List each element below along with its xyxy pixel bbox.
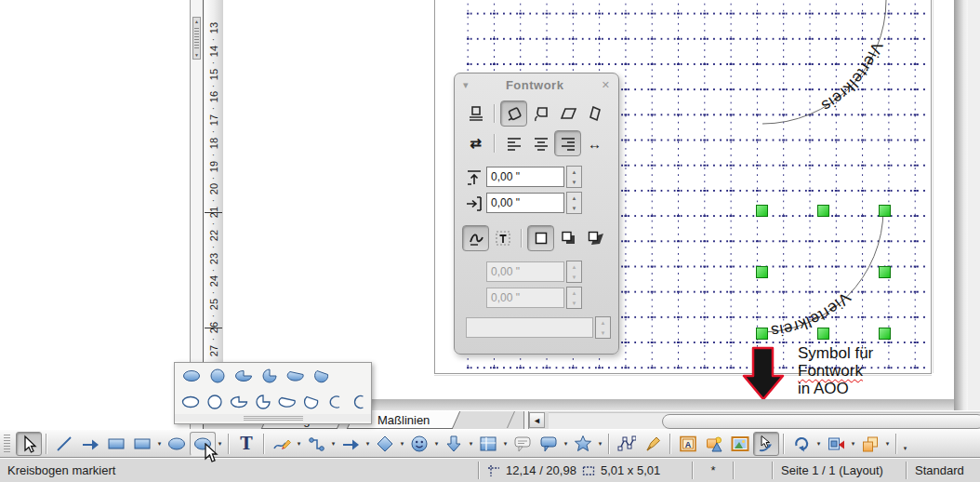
fontwork-align-left-button[interactable] [500, 130, 527, 156]
annotation-text[interactable]: Symbol für Fontwork in AOO [798, 344, 873, 397]
page-indicator[interactable]: Seite 1 / 1 (Layout) [774, 459, 906, 482]
block-arrows-tool-button[interactable] [441, 432, 467, 456]
insert-from-file-button[interactable] [701, 432, 727, 456]
fontwork-vertical-shadow-button[interactable] [554, 225, 581, 251]
close-icon[interactable]: ✕ [602, 79, 610, 91]
fontwork-off-button[interactable] [462, 100, 489, 127]
ellipse-pie-filled-tool[interactable] [232, 367, 255, 385]
spin-up-icon[interactable]: ▲ [567, 167, 581, 177]
fontwork-titlebar[interactable]: ▾ Fontwork ✕ [455, 74, 618, 97]
ellipse-segment-outline-tool[interactable] [277, 393, 298, 411]
fontwork-contour-button[interactable] [462, 225, 489, 251]
text-tool-button[interactable]: T [233, 432, 259, 456]
fontwork-slant-shadow-button[interactable] [581, 225, 608, 251]
arrange-dropdown-arrow[interactable]: ▾ [883, 433, 892, 455]
distance-spinner[interactable]: ▲▼ [566, 166, 582, 188]
callout-tool-button[interactable] [510, 432, 536, 456]
fontwork-upright-button[interactable] [527, 100, 554, 127]
symbol-shapes-dropdown-arrow[interactable]: ▾ [432, 433, 441, 455]
curve-dropdown-arrow[interactable]: ▾ [295, 433, 303, 455]
spin-up-icon[interactable]: ▲ [567, 193, 581, 203]
fontwork-text-contour-button[interactable] [489, 225, 516, 251]
connector-tool-button[interactable] [303, 432, 329, 456]
rectangle-dropdown-arrow[interactable]: ▾ [155, 433, 164, 455]
ellipse-segment-filled-tool[interactable] [285, 367, 307, 385]
alignment-dropdown-arrow[interactable]: ▾ [849, 433, 857, 455]
status-position-size[interactable]: 12,14 / 20,98 5,01 x 5,01 [480, 459, 692, 482]
indent-input[interactable]: 0,00 " [486, 193, 564, 213]
mini-scrollbar[interactable]: ▲ ▼ [192, 17, 201, 60]
rotate-button[interactable] [788, 432, 814, 456]
line-arrow-end-tool-button[interactable] [77, 432, 103, 456]
effects-button[interactable] [753, 432, 779, 456]
selection-handle-bottom-left[interactable] [756, 328, 768, 340]
block-arrows-dropdown-arrow[interactable]: ▾ [467, 433, 475, 455]
selection-handle-top-center[interactable] [817, 205, 829, 217]
down-arrow-shape[interactable] [744, 348, 783, 399]
rectangle-flyout-button[interactable] [129, 432, 155, 456]
ellipse-filled-tool[interactable] [180, 367, 203, 385]
spin-down-icon[interactable]: ▼ [567, 177, 581, 187]
circle-pie-outline-tool[interactable] [253, 393, 273, 411]
ellipse-outline-tool[interactable] [180, 393, 201, 411]
circle-pie-filled-tool[interactable] [258, 367, 281, 385]
fontwork-align-center-button[interactable] [527, 130, 554, 156]
ellipse-pie-outline-tool[interactable] [229, 393, 249, 411]
alignment-button[interactable] [823, 432, 849, 456]
basic-shapes-tool-button[interactable] [372, 432, 398, 456]
flyout-drag-handle[interactable] [175, 414, 371, 422]
fontwork-align-right-button[interactable] [554, 130, 581, 156]
curve-tool-button[interactable] [269, 432, 295, 456]
symbol-shapes-tool-button[interactable] [406, 432, 432, 456]
spin-down-icon[interactable]: ▼ [567, 203, 581, 213]
circle-filled-tool[interactable] [206, 367, 229, 385]
fontwork-dialog[interactable]: ▾ Fontwork ✕ [454, 73, 619, 355]
distance-input[interactable]: 0,00 " [486, 167, 564, 187]
rotate-dropdown-arrow[interactable]: ▾ [814, 433, 823, 455]
circle-segment-outline-tool[interactable] [301, 393, 322, 411]
select-tool-button[interactable] [16, 432, 42, 456]
arrange-button[interactable] [857, 432, 883, 456]
flowchart-dropdown-arrow[interactable]: ▾ [501, 433, 510, 455]
ellipse-arc-tool[interactable] [325, 393, 346, 411]
collapse-icon[interactable]: ▾ [463, 79, 469, 91]
fontwork-no-shadow-button[interactable] [527, 225, 554, 251]
stars-tool-button[interactable] [570, 432, 596, 456]
circle-arc-tool[interactable] [350, 393, 370, 411]
circle-outline-tool[interactable] [205, 393, 225, 411]
horizontal-scrollbar-thumb[interactable] [662, 414, 980, 429]
selection-handle-top-left[interactable] [756, 205, 768, 217]
toolbar-grip[interactable] [2, 435, 12, 453]
edit-points-button[interactable] [614, 432, 640, 456]
indent-spinner[interactable]: ▲▼ [566, 192, 582, 214]
ellipse-flyout-palette[interactable] [174, 362, 372, 424]
fontwork-text-top[interactable]: Viertelkreis [818, 39, 886, 114]
selection-handle-bottom-center[interactable] [817, 328, 829, 340]
fontwork-rotate-button[interactable] [500, 100, 527, 127]
gallery-button[interactable] [727, 432, 753, 456]
ellipse-tool-button[interactable] [164, 432, 190, 456]
rectangle-tool-button[interactable] [103, 432, 129, 456]
scroll-left-button[interactable]: ◄ [529, 412, 545, 428]
page-style-indicator[interactable]: Standard [907, 459, 980, 482]
fontwork-slant-horizontal-button[interactable] [554, 100, 581, 127]
fontwork-gallery-button[interactable]: A [675, 432, 701, 456]
connector-dropdown-arrow[interactable]: ▾ [329, 433, 338, 455]
lines-arrows-dropdown-arrow[interactable]: ▾ [364, 433, 372, 455]
lines-arrows-tool-button[interactable] [338, 432, 364, 456]
flowchart-tool-button[interactable] [475, 432, 501, 456]
fontwork-text-selected[interactable]: Viertelkreis [770, 288, 854, 340]
line-tool-button[interactable] [51, 432, 77, 456]
glue-points-button[interactable] [640, 432, 666, 456]
fontwork-slant-vertical-button[interactable] [581, 100, 608, 127]
basic-shapes-dropdown-arrow[interactable]: ▾ [398, 433, 406, 455]
selection-handle-mid-left[interactable] [756, 266, 768, 278]
circle-segment-filled-tool[interactable] [311, 367, 333, 385]
callouts-flyout-button[interactable] [536, 432, 562, 456]
fontwork-autosize-button[interactable]: ↔ [581, 130, 608, 156]
selection-handle-top-right[interactable] [879, 205, 891, 217]
horizontal-scrollbar-track[interactable] [549, 412, 980, 429]
callouts-dropdown-arrow[interactable]: ▾ [562, 433, 570, 455]
selection-handle-bottom-right[interactable] [879, 328, 891, 340]
fontwork-orientation-button[interactable]: ⇄ [462, 130, 489, 156]
